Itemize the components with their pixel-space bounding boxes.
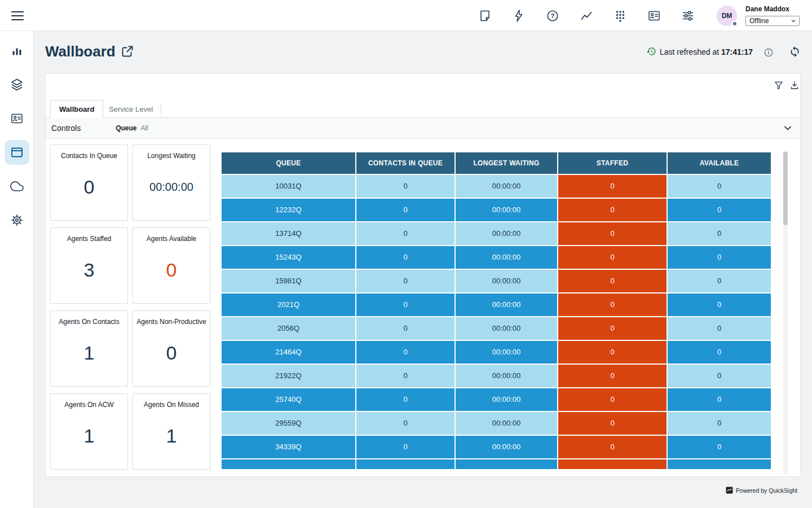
value-cell: 00:00:00: [456, 222, 557, 245]
kpi-card: Contacts In Queue0: [50, 144, 128, 221]
kpi-value: 0: [166, 243, 177, 303]
kpi-label: Agents Staffed: [67, 235, 112, 243]
dialpad-icon[interactable]: [614, 9, 627, 23]
table-scrollbar[interactable]: [783, 150, 788, 475]
queue-cell: 2021Q: [222, 294, 355, 316]
queue-cell: 12232Q: [222, 199, 355, 221]
powered-by-text: Powered by QuickSight: [736, 487, 797, 494]
avatar[interactable]: DM: [717, 6, 737, 26]
value-cell: 0: [668, 270, 771, 292]
value-cell: [668, 459, 771, 469]
notes-icon[interactable]: [478, 9, 492, 23]
column-header: LONGEST WAITING: [456, 152, 557, 174]
sidebar-item-settings[interactable]: [5, 208, 29, 233]
kpi-label: Agents On Contacts: [59, 318, 119, 326]
table-row: 2056Q000:00:0000: [222, 317, 771, 340]
queue-filter-value[interactable]: All: [140, 124, 148, 132]
sidebar-item-agents[interactable]: [5, 106, 29, 131]
sidebar-item-cloud[interactable]: [5, 174, 29, 199]
tab-service-level[interactable]: Service Level: [101, 100, 161, 118]
kpi-value: 0: [84, 160, 95, 220]
value-cell: 0: [558, 246, 667, 269]
queue-cell: 10031Q: [222, 175, 355, 198]
kpi-value: 1: [84, 409, 95, 469]
svg-text:?: ?: [550, 12, 554, 19]
value-cell: 0: [668, 317, 771, 340]
table-header-row: QUEUECONTACTS IN QUEUELONGEST WAITINGSTA…: [222, 152, 771, 174]
topbar: ?: [0, 0, 812, 31]
value-cell: 0: [558, 388, 667, 411]
info-icon[interactable]: [764, 48, 773, 57]
value-cell: 0: [356, 365, 454, 387]
open-in-new-window-icon[interactable]: [121, 45, 134, 58]
preferences-icon[interactable]: [681, 9, 695, 23]
value-cell: 0: [668, 388, 771, 411]
sidebar-item-metrics[interactable]: [5, 38, 29, 63]
value-cell: 0: [558, 436, 667, 458]
avatar-initials: DM: [722, 12, 732, 20]
kpi-value: 1: [84, 326, 95, 386]
value-cell: 0: [558, 294, 667, 316]
dashboard-panel: Wallboard Service Level Controls Queue A…: [45, 73, 801, 477]
kpi-label: Agents On Missed: [144, 401, 199, 409]
value-cell: 00:00:00: [456, 365, 557, 387]
table-row: 13714Q000:00:0000: [222, 222, 771, 245]
value-cell: 0: [668, 246, 771, 269]
value-cell: 0: [558, 175, 667, 198]
bar-chart-icon: [10, 44, 24, 58]
value-cell: 00:00:00: [456, 270, 557, 292]
queue-cell: 15243Q: [222, 246, 355, 269]
value-cell: 00:00:00: [456, 175, 557, 198]
status-indicator: [732, 21, 738, 27]
status-select[interactable]: Offline: [745, 16, 800, 26]
tab-wallboard[interactable]: Wallboard: [50, 100, 103, 118]
value-cell: 0: [668, 222, 771, 245]
column-header: QUEUE: [222, 152, 355, 174]
quick-actions-icon[interactable]: [512, 9, 526, 23]
value-cell: 00:00:00: [456, 246, 557, 269]
queue-cell: [222, 459, 355, 469]
kpi-card: Longest Waiting00:00:00: [133, 144, 210, 221]
kpi-card: Agents On Contacts1: [50, 310, 128, 387]
directory-icon[interactable]: [647, 9, 661, 23]
table-row: 2021Q000:00:0000: [222, 294, 771, 316]
refresh-button[interactable]: [789, 46, 801, 58]
kpi-card: Agents Non-Productive0: [133, 310, 210, 387]
gear-icon: [10, 213, 24, 227]
queue-cell: 29559Q: [222, 412, 355, 435]
table-row: 34339Q000:00:0000: [222, 436, 771, 458]
value-cell: 0: [668, 365, 771, 387]
value-cell: 0: [356, 270, 454, 292]
value-cell: 00:00:00: [456, 388, 557, 411]
value-cell: 0: [356, 175, 454, 198]
help-icon[interactable]: ?: [546, 9, 559, 23]
collapse-controls-chevron-icon[interactable]: [783, 124, 792, 133]
column-header: AVAILABLE: [668, 152, 771, 174]
table-scrollbar-thumb[interactable]: [783, 152, 788, 225]
value-cell: 0: [356, 246, 454, 269]
quicksight-logo-icon: [726, 487, 733, 494]
analytics-icon[interactable]: [580, 9, 593, 23]
kpi-label: Longest Waiting: [147, 152, 196, 160]
sidebar-item-wallboard[interactable]: [5, 140, 29, 165]
value-cell: 0: [356, 317, 454, 340]
value-cell: [456, 459, 557, 469]
value-cell: 0: [558, 199, 667, 221]
value-cell: 0: [356, 341, 454, 364]
queue-cell: 21464Q: [222, 341, 355, 364]
sidebar-item-queues[interactable]: [5, 72, 29, 97]
filter-icon[interactable]: [774, 80, 784, 90]
table-row: 29559Q000:00:0000: [222, 412, 771, 435]
app: ?: [0, 0, 812, 508]
value-cell: 0: [558, 270, 667, 292]
hamburger-menu-icon[interactable]: [11, 10, 24, 21]
value-cell: 0: [356, 412, 454, 435]
download-icon[interactable]: [789, 80, 800, 90]
sidebar: [0, 31, 34, 508]
queue-table: QUEUECONTACTS IN QUEUELONGEST WAITINGSTA…: [222, 152, 771, 469]
value-cell: 0: [668, 412, 771, 435]
tab-label: Wallboard: [59, 105, 94, 113]
value-cell: 0: [668, 436, 771, 458]
value-cell: 0: [558, 365, 667, 387]
kpi-card: Agents On Missed1: [133, 393, 210, 470]
